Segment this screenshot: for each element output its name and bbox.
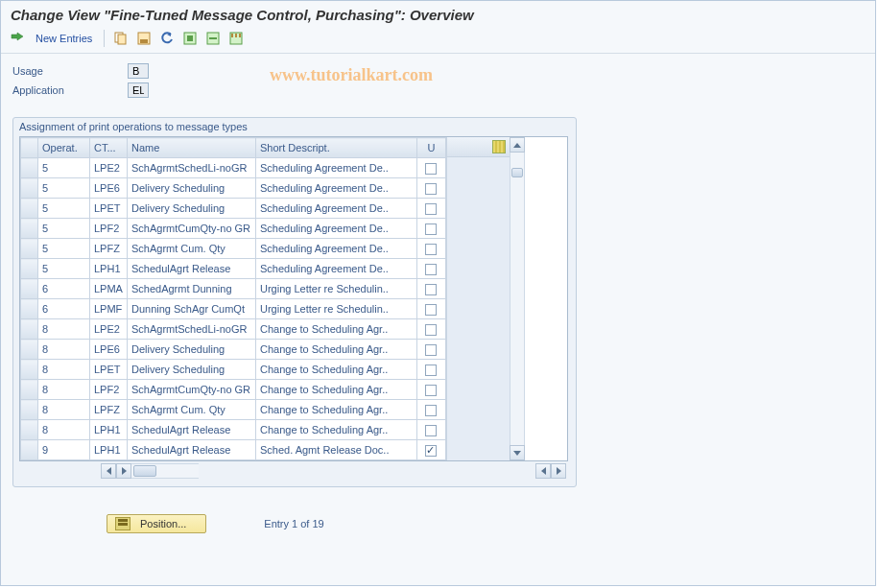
cell-short[interactable]: Change to Scheduling Agr.. [255,380,416,400]
hscroll-left-button[interactable] [101,463,116,479]
cell-u[interactable] [416,400,445,420]
cell-operat[interactable]: 8 [38,360,90,380]
cell-operat[interactable]: 9 [38,440,90,460]
cell-ct[interactable]: LPET [90,360,128,380]
cell-u[interactable] [416,219,445,239]
select-all-icon[interactable] [181,30,199,47]
update-checkbox[interactable] [425,344,437,356]
cell-ct[interactable]: LPF2 [90,219,128,239]
hscroll-track[interactable] [131,463,199,479]
col-name[interactable]: Name [127,138,255,158]
config-icon[interactable] [227,30,245,47]
cell-u[interactable] [416,420,445,440]
cell-name[interactable]: SchAgrmtCumQty-no GR [127,219,255,239]
cell-ct[interactable]: LPFZ [90,239,128,259]
cell-u[interactable] [416,380,445,400]
row-selector[interactable] [21,400,38,420]
cell-short[interactable]: Scheduling Agreement De.. [255,239,416,259]
table-row[interactable]: 8LPH1SchedulAgrt ReleaseChange to Schedu… [21,420,446,440]
cell-operat[interactable]: 6 [38,279,90,299]
cell-short[interactable]: Change to Scheduling Agr.. [255,360,416,380]
cell-ct[interactable]: LPE2 [90,158,128,178]
update-checkbox[interactable] [425,365,437,376]
cell-operat[interactable]: 8 [38,420,90,440]
save-icon[interactable] [135,30,153,47]
cell-ct[interactable]: LPET [90,199,128,219]
usage-field[interactable] [128,63,149,79]
cell-short[interactable]: Scheduling Agreement De.. [255,158,416,178]
cell-name[interactable]: SchAgrmt Cum. Qty [127,239,255,259]
cell-ct[interactable]: LPMF [90,299,128,319]
cell-short[interactable]: Scheduling Agreement De.. [255,259,416,279]
table-row[interactable]: 5LPE2SchAgrmtSchedLi-noGRScheduling Agre… [21,158,446,178]
col-operat[interactable]: Operat. [38,138,90,158]
cell-name[interactable]: SchedAgrmt Dunning [127,279,255,299]
vertical-scrollbar[interactable] [510,137,525,460]
row-selector[interactable] [21,440,38,460]
table-row[interactable]: 8LPF2SchAgrmtCumQty-no GRChange to Sched… [21,380,446,400]
deselect-all-icon[interactable] [204,30,222,47]
scroll-thumb[interactable] [511,168,523,177]
table-row[interactable]: 5LPF2SchAgrmtCumQty-no GRScheduling Agre… [21,219,446,239]
cell-name[interactable]: SchAgrmtSchedLi-noGR [127,319,255,340]
table-row[interactable]: 8LPFZSchAgrmt Cum. QtyChange to Scheduli… [21,400,446,420]
row-selector[interactable] [21,360,38,380]
col-short[interactable]: Short Descript. [255,138,416,158]
columns-config-icon[interactable] [492,140,506,153]
cell-operat[interactable]: 8 [38,400,90,420]
cell-operat[interactable]: 5 [38,239,90,259]
row-selector[interactable] [21,380,38,400]
cell-u[interactable] [416,360,445,380]
row-selector[interactable] [21,219,38,239]
cell-name[interactable]: Delivery Scheduling [127,178,255,199]
cell-ct[interactable]: LPH1 [90,259,128,279]
cell-operat[interactable]: 8 [38,380,90,400]
cell-u[interactable] [416,239,445,259]
cell-name[interactable]: Delivery Scheduling [127,360,255,380]
row-selector[interactable] [21,158,38,178]
cell-name[interactable]: SchAgrmtCumQty-no GR [127,380,255,400]
cell-ct[interactable]: LPMA [90,279,128,299]
toggle-icon[interactable] [9,30,26,47]
update-checkbox[interactable] [425,223,437,235]
cell-u[interactable] [416,340,445,360]
cell-ct[interactable]: LPE6 [90,178,128,199]
update-checkbox[interactable] [425,284,437,295]
cell-name[interactable]: SchAgrmt Cum. Qty [127,400,255,420]
col-select[interactable] [21,138,38,158]
update-checkbox[interactable] [425,304,437,316]
row-selector[interactable] [21,420,38,440]
col-u[interactable]: U [416,138,445,158]
table-row[interactable]: 5LPE6Delivery SchedulingScheduling Agree… [21,178,446,199]
row-selector[interactable] [21,340,38,360]
cell-u[interactable] [416,158,445,178]
cell-short[interactable]: Change to Scheduling Agr.. [255,420,416,440]
cell-short[interactable]: Change to Scheduling Agr.. [255,400,416,420]
cell-u[interactable] [416,259,445,279]
scroll-track[interactable] [510,153,525,445]
update-checkbox[interactable] [425,244,437,255]
update-checkbox[interactable] [425,425,437,436]
cell-short[interactable]: Urging Letter re Schedulin.. [255,279,416,299]
undo-icon[interactable] [158,30,176,47]
cell-name[interactable]: Delivery Scheduling [127,199,255,219]
cell-operat[interactable]: 8 [38,340,90,360]
position-button[interactable]: Position... [107,514,206,533]
scroll-down-button[interactable] [510,445,525,460]
update-checkbox[interactable] [425,445,437,457]
cell-u[interactable] [416,178,445,199]
cell-operat[interactable]: 5 [38,219,90,239]
row-selector[interactable] [21,239,38,259]
row-selector[interactable] [21,178,38,199]
cell-operat[interactable]: 5 [38,259,90,279]
update-checkbox[interactable] [425,183,437,195]
hscroll-right2-button[interactable] [551,463,566,479]
row-selector[interactable] [21,319,38,340]
update-checkbox[interactable] [425,264,437,275]
table-row[interactable]: 6LPMFDunning SchAgr CumQtUrging Letter r… [21,299,446,319]
cell-short[interactable]: Scheduling Agreement De.. [255,219,416,239]
cell-ct[interactable]: LPFZ [90,400,128,420]
cell-short[interactable]: Urging Letter re Schedulin.. [255,299,416,319]
cell-short[interactable]: Sched. Agmt Release Doc.. [255,440,416,460]
cell-name[interactable]: SchedulAgrt Release [127,259,255,279]
